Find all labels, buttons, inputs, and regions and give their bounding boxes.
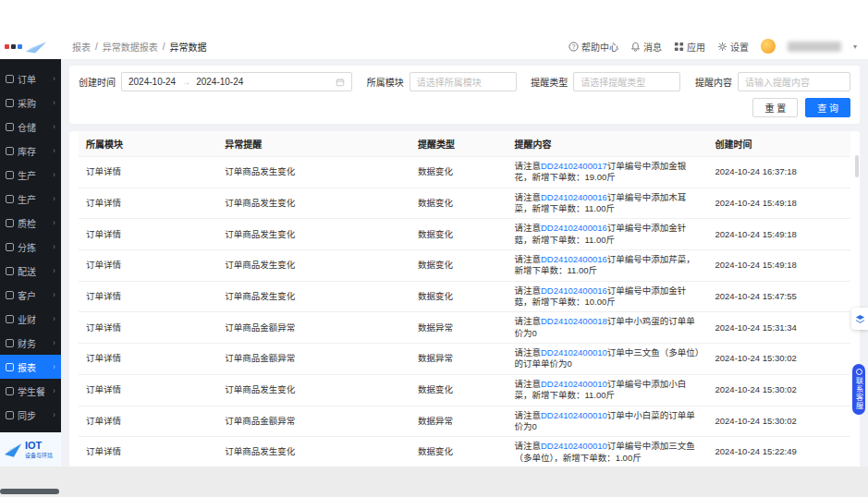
cell-module: 订单详情 [79, 219, 217, 250]
layers-icon [855, 314, 865, 324]
cell-type: 数据变化 [410, 374, 507, 406]
avatar[interactable] [761, 39, 776, 54]
customers-icon [6, 291, 14, 299]
sidebar-item-sorting[interactable]: 分拣 › [0, 235, 61, 259]
cell-alert: 订单商品发生变化 [217, 157, 410, 188]
settings-link[interactable]: 设置 [717, 40, 749, 54]
cell-type: 数据变化 [410, 219, 507, 250]
messages-label: 消息 [643, 40, 662, 54]
col-content: 提醒内容 [507, 131, 707, 157]
chevron-right-icon: › [53, 410, 55, 419]
float-widget[interactable] [851, 308, 868, 330]
chevron-right-icon: › [53, 290, 55, 299]
content-search-input[interactable]: 请输入提醒内容 [738, 72, 850, 91]
apps-link[interactable]: 应用 [674, 40, 705, 54]
cell-alert: 订单商品金额异常 [217, 312, 410, 344]
username-blurred [788, 42, 841, 52]
sidebar-item-label: 同步 [18, 408, 36, 422]
help-center-link[interactable]: ? 帮助中心 [568, 40, 618, 54]
order-number-link[interactable]: DD24102400010 [541, 441, 607, 451]
order-number-link[interactable]: DD24102400016 [541, 285, 607, 296]
col-time: 创建时间 [708, 131, 850, 157]
type-filter-label: 提醒类型 [531, 75, 568, 89]
order-number-link[interactable]: DD24102400016 [541, 192, 607, 202]
sidebar-item-label: 配送 [18, 264, 36, 278]
order-number-link[interactable]: DD24102400016 [541, 223, 607, 233]
logo-square-red-icon [5, 44, 9, 49]
headset-icon [856, 369, 862, 375]
logo-square-blue-icon [18, 44, 22, 49]
order-number-link[interactable]: DD24102400017 [541, 161, 607, 171]
contact-support-button[interactable]: 联系客服 [852, 364, 865, 415]
horizontal-scrollbar-thumb[interactable] [0, 489, 59, 494]
reset-button[interactable]: 重 置 [752, 98, 798, 117]
cell-time: 2024-10-24 15:47:55 [708, 281, 850, 312]
sidebar-item-production-2[interactable]: 生产 › [0, 187, 61, 211]
sidebar-item-production[interactable]: 生产 › [0, 163, 61, 187]
sidebar-item-label: 分拣 [18, 240, 36, 254]
chevron-right-icon: › [53, 338, 55, 347]
order-number-link[interactable]: DD24102400018 [541, 316, 607, 326]
chevron-right-icon: › [53, 218, 55, 227]
sidebar-item-business-finance[interactable]: 业财 › [0, 307, 61, 331]
cell-content: 请注意DD24102400016订单编号中添加金针菇，新增下单数：10.00斤 [507, 281, 707, 312]
sidebar-item-warehouse[interactable]: 仓储 › [0, 115, 61, 139]
order-number-link[interactable]: DD24102400010 [541, 410, 607, 420]
header-actions: ? 帮助中心 消息 应用 设置 ▾ [568, 39, 868, 54]
cell-type: 数据变化 [410, 281, 507, 312]
cell-time: 2024-10-24 15:31:34 [708, 312, 850, 344]
module-select-placeholder: 请选择所属模块 [417, 75, 482, 89]
sidebar-item-finance[interactable]: 财务 › [0, 331, 61, 355]
calendar-icon [336, 78, 345, 87]
cell-type: 数据异常 [410, 344, 507, 375]
cell-content: 请注意DD24102400016订单编号中添加金针菇，新增下单数：11.00斤 [507, 219, 707, 250]
table-row: 订单详情 订单商品金额异常 数据异常 请注意DD24102400010订单中小白… [79, 406, 850, 437]
module-filter-group: 所属模块 请选择所属模块 [367, 72, 517, 91]
student-meals-icon [6, 387, 14, 395]
order-number-link[interactable]: DD24102400010 [541, 347, 607, 358]
sidebar-item-student-meals[interactable]: 学生餐 › [0, 379, 61, 403]
apps-grid-icon [674, 42, 684, 52]
chevron-right-icon: › [53, 170, 55, 179]
sidebar-item-delivery[interactable]: 配送 › [0, 259, 61, 283]
order-number-link[interactable]: DD24102400016 [541, 254, 607, 264]
sidebar-item-sync[interactable]: 同步 › [0, 403, 61, 427]
cell-time: 2024-10-24 15:30:02 [708, 374, 850, 406]
production-icon [6, 171, 14, 179]
type-select[interactable]: 请选择提醒类型 [573, 72, 680, 91]
sidebar-item-quality[interactable]: 质检 › [0, 211, 61, 235]
logo-square-dark-icon [11, 44, 16, 49]
breadcrumb-item-abnormal-report[interactable]: 异常数据报表 [103, 40, 158, 54]
help-label: 帮助中心 [581, 40, 618, 54]
cell-type: 数据变化 [410, 250, 507, 282]
cell-alert: 订单商品发生变化 [217, 437, 410, 467]
bottom-band [0, 467, 868, 497]
module-select[interactable]: 请选择所属模块 [410, 72, 517, 91]
search-button[interactable]: 查 询 [805, 98, 850, 117]
sidebar-item-customers[interactable]: 客户 › [0, 283, 61, 307]
sidebar-item-inventory[interactable]: 库存 › [0, 139, 61, 163]
quality-icon [6, 219, 14, 227]
notice-prefix: 请注意 [514, 410, 541, 420]
bottom-logo: IOT 设备与环境 [0, 432, 61, 467]
sidebar-item-reports[interactable]: 报表 › [0, 355, 61, 379]
filter-card: 创建时间 2024-10-24 → 2024-10-24 所属模块 请选择所属模… [69, 66, 860, 124]
sidebar-item-orders[interactable]: 订单 › [0, 67, 61, 91]
filter-actions: 重 置 查 询 [79, 98, 850, 117]
messages-link[interactable]: 消息 [630, 40, 662, 54]
sidebar-item-label: 质检 [18, 216, 36, 230]
chevron-right-icon: › [53, 314, 55, 323]
contact-support-label: 联系客服 [854, 377, 864, 410]
sidebar-item-label: 报表 [18, 360, 36, 374]
table-scrollbar-thumb[interactable] [855, 155, 859, 177]
order-number-link[interactable]: DD24102400010 [541, 379, 607, 389]
sidebar-item-purchase[interactable]: 采购 › [0, 91, 61, 115]
chevron-right-icon: › [53, 98, 55, 107]
date-start-value: 2024-10-24 [128, 77, 176, 87]
help-icon: ? [568, 42, 579, 52]
chevron-down-icon[interactable]: ▾ [853, 42, 857, 51]
breadcrumb-item-reports[interactable]: 报表 [72, 40, 91, 54]
content-input-placeholder: 请输入提醒内容 [745, 75, 810, 89]
cell-time: 2024-10-24 15:30:02 [708, 344, 850, 375]
date-range-picker[interactable]: 2024-10-24 → 2024-10-24 [121, 72, 352, 91]
